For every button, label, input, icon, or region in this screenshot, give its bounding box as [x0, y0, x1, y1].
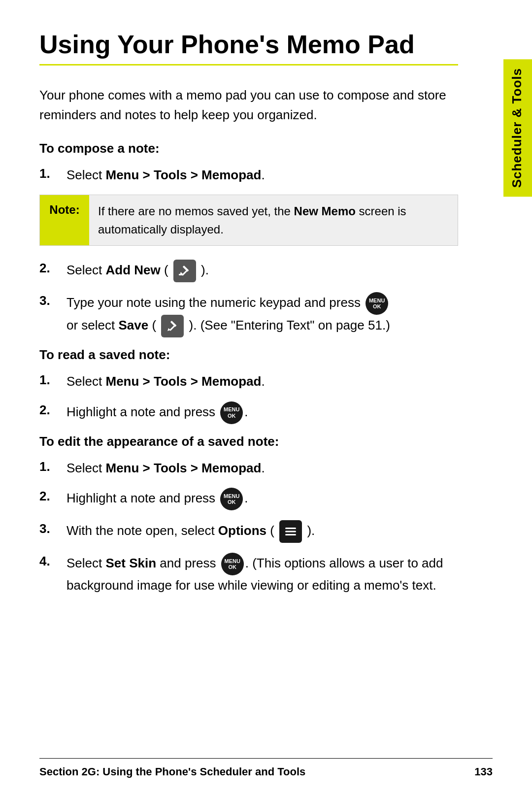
step-number: 3. — [39, 292, 66, 308]
menu-ok-button: MENUOK — [220, 488, 243, 510]
menu-ok-button: MENUOK — [366, 292, 388, 315]
side-tab: Scheduler & Tools — [503, 59, 532, 197]
note-content: If there are no memos saved yet, the New… — [89, 195, 458, 245]
step-content: Select Set Skin and press MENUOK . (This… — [66, 553, 458, 595]
step-content: Highlight a note and press MENUOK . — [66, 401, 458, 424]
footer-section-label: Section 2G: Using the Phone's Scheduler … — [39, 765, 305, 778]
step-number: 3. — [39, 520, 66, 536]
intro-paragraph: Your phone comes with a memo pad you can… — [39, 85, 458, 125]
step-content: Highlight a note and press MENUOK . — [66, 488, 458, 510]
edit-step-2: 2. Highlight a note and press MENUOK . — [39, 488, 458, 510]
note-box: Note: If there are no memos saved yet, t… — [39, 195, 458, 246]
compose-step-1: 1. Select Menu > Tools > Memopad. — [39, 165, 458, 185]
add-new-icon — [173, 260, 196, 282]
step-content: Type your note using the numeric keypad … — [66, 292, 458, 337]
svg-rect-8 — [285, 531, 296, 532]
note-label: Note: — [40, 195, 89, 245]
step-number: 1. — [39, 165, 66, 181]
step-content: Select Add New ( ). — [66, 260, 458, 282]
edit-appearance-heading: To edit the appearance of a saved note: — [39, 434, 458, 449]
menu-ok-button: MENUOK — [220, 401, 243, 424]
page-container: Scheduler & Tools Using Your Phone's Mem… — [0, 0, 532, 798]
edit-step-3: 3. With the note open, select Options ( … — [39, 520, 458, 543]
compose-step-2: 2. Select Add New ( ). — [39, 260, 458, 282]
step-number: 2. — [39, 401, 66, 418]
step-content: Select Menu > Tools > Memopad. — [66, 165, 458, 185]
menu-ok-button: MENUOK — [221, 553, 244, 575]
step-number: 1. — [39, 458, 66, 474]
section-compose: To compose a note: 1. Select Menu > Tool… — [39, 141, 493, 338]
svg-rect-9 — [285, 534, 296, 535]
svg-rect-7 — [285, 528, 296, 529]
read-step-2: 2. Highlight a note and press MENUOK . — [39, 401, 458, 424]
side-tab-label: Scheduler & Tools — [509, 68, 524, 188]
edit-step-4: 4. Select Set Skin and press MENUOK . (T… — [39, 553, 458, 595]
footer-page-number: 133 — [474, 765, 493, 778]
step-number: 1. — [39, 371, 66, 388]
step-content: Select Menu > Tools > Memopad. — [66, 371, 458, 391]
step-number: 2. — [39, 260, 66, 276]
edit-step-1: 1. Select Menu > Tools > Memopad. — [39, 458, 458, 478]
step-content: With the note open, select Options ( ). — [66, 520, 458, 543]
section-edit-appearance: To edit the appearance of a saved note: … — [39, 434, 493, 596]
options-icon — [279, 520, 302, 543]
step-number: 2. — [39, 488, 66, 504]
read-step-1: 1. Select Menu > Tools > Memopad. — [39, 371, 458, 391]
save-icon — [161, 315, 184, 337]
section-read: To read a saved note: 1. Select Menu > T… — [39, 347, 493, 424]
compose-heading: To compose a note: — [39, 141, 458, 156]
step-content: Select Menu > Tools > Memopad. — [66, 458, 458, 478]
page-title: Using Your Phone's Memo Pad — [39, 30, 458, 59]
compose-step-3: 3. Type your note using the numeric keyp… — [39, 292, 458, 337]
read-heading: To read a saved note: — [39, 347, 458, 363]
page-footer: Section 2G: Using the Phone's Scheduler … — [39, 758, 493, 778]
step-number: 4. — [39, 553, 66, 569]
title-underline — [39, 64, 458, 66]
